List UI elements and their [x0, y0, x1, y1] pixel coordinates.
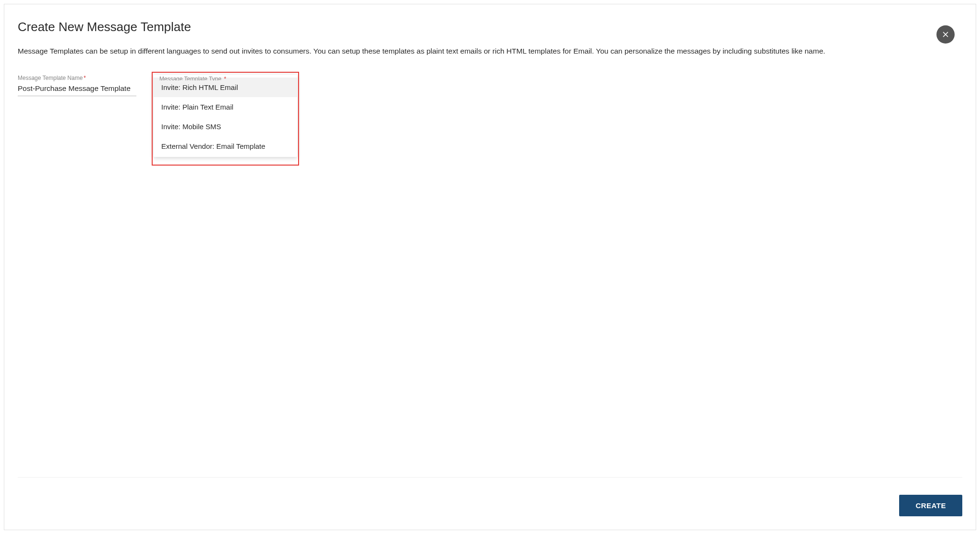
dialog-title: Create New Message Template: [18, 20, 962, 34]
dropdown-option-plain-text[interactable]: Invite: Plain Text Email: [154, 97, 297, 117]
dialog-footer: CREATE: [18, 477, 962, 516]
template-name-input[interactable]: [18, 82, 136, 96]
create-button[interactable]: CREATE: [899, 495, 962, 516]
dropdown-option-mobile-sms[interactable]: Invite: Mobile SMS: [154, 117, 297, 136]
dropdown-option-rich-html[interactable]: Invite: Rich HTML Email: [154, 78, 297, 97]
form-row: Message Template Name* Message Template …: [18, 75, 962, 96]
template-type-field: Message Template Type * Invite: Rich HTM…: [154, 75, 295, 96]
template-type-dropdown[interactable]: Message Template Type * Invite: Rich HTM…: [154, 75, 297, 157]
template-name-field: Message Template Name*: [18, 75, 136, 96]
dialog-description: Message Templates can be setup in differ…: [18, 46, 962, 56]
create-template-dialog: Create New Message Template Message Temp…: [4, 4, 976, 530]
template-name-label-text: Message Template Name: [18, 75, 83, 81]
close-button[interactable]: [936, 25, 955, 44]
close-icon: [941, 30, 950, 39]
required-marker: *: [84, 75, 86, 81]
template-name-label: Message Template Name*: [18, 75, 136, 81]
dropdown-option-external-vendor[interactable]: External Vendor: Email Template: [154, 136, 297, 156]
